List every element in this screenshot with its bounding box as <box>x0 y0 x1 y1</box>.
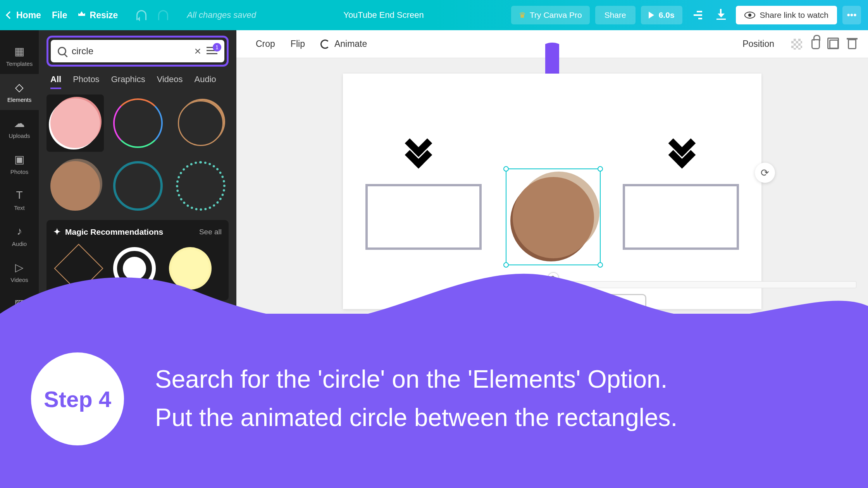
try-pro-button[interactable]: ♛ Try Canva Pro <box>511 6 590 24</box>
results-grid <box>46 95 229 215</box>
elements-icon: ◇ <box>13 81 26 93</box>
sparkle-icon: ✦ <box>53 227 60 237</box>
wave-shape <box>0 259 868 329</box>
chart-icon <box>692 11 702 19</box>
resize-label: Resize <box>90 10 118 21</box>
home-button[interactable]: Home <box>7 10 41 21</box>
rail-audio[interactable]: ♪ Audio <box>0 218 39 254</box>
share-button[interactable]: Share <box>595 6 636 24</box>
tab-graphics[interactable]: Graphics <box>111 74 145 89</box>
photos-icon: ▣ <box>13 153 26 165</box>
rail-photos[interactable]: ▣ Photos <box>0 146 39 182</box>
undo-redo-group <box>136 10 168 20</box>
insights-button[interactable] <box>688 6 706 24</box>
duplicate-button[interactable] <box>829 40 839 49</box>
rail-uploads[interactable]: ☁ Uploads <box>0 110 39 146</box>
circle-element <box>513 177 594 258</box>
circle-rainbow-icon <box>113 98 163 148</box>
more-options-button[interactable]: ••• <box>842 6 861 24</box>
rail-uploads-label: Uploads <box>9 132 30 139</box>
circle-outline-icon <box>178 100 224 146</box>
redo-button[interactable] <box>158 10 168 20</box>
rail-text-label: Text <box>14 204 25 211</box>
play-icon <box>649 12 654 19</box>
circle-dotted-icon <box>176 161 226 211</box>
search-tabs: All Photos Graphics Videos Audio <box>46 72 229 95</box>
download-button[interactable] <box>712 6 730 24</box>
instruction-line1: Search for the 'circle' on the 'Elements… <box>155 360 677 399</box>
circle-pink-icon <box>50 98 100 148</box>
rail-templates-label: Templates <box>6 60 33 67</box>
selected-element[interactable]: ⟳ <box>506 168 601 265</box>
duration-label: 6.0s <box>659 10 675 20</box>
element-result[interactable] <box>109 157 167 215</box>
rail-audio-label: Audio <box>12 241 27 247</box>
search-box: × 1 <box>51 40 224 62</box>
chevron-down-element[interactable] <box>401 134 440 172</box>
topbar-left: Home File Resize All changes saved <box>7 10 256 21</box>
video-placeholder[interactable] <box>623 184 739 250</box>
crop-button[interactable]: Crop <box>248 36 283 52</box>
transparency-button[interactable] <box>791 39 802 50</box>
element-result[interactable] <box>172 157 229 215</box>
regenerate-button[interactable]: ⟳ <box>755 163 775 183</box>
magic-header: ✦ Magic Recommendations See all <box>53 227 222 237</box>
circle-brown-icon <box>50 161 100 211</box>
instruction-text: Search for the 'circle' on the 'Elements… <box>155 360 677 437</box>
document-title[interactable]: YouTube End Screen <box>256 10 511 20</box>
share-link-button[interactable]: Share link to watch <box>736 6 837 24</box>
save-status: All changes saved <box>187 10 256 20</box>
element-result[interactable] <box>46 95 104 152</box>
rail-elements[interactable]: ◇ Elements <box>0 74 39 110</box>
share-link-label: Share link to watch <box>760 10 828 20</box>
see-all-link[interactable]: See all <box>199 228 222 236</box>
tab-photos[interactable]: Photos <box>73 74 100 89</box>
toolbar-right: Position <box>735 36 856 52</box>
templates-icon: ▦ <box>13 45 26 57</box>
delete-button[interactable] <box>848 39 856 49</box>
undo-button[interactable] <box>136 10 146 20</box>
chevron-down-element[interactable] <box>665 134 703 172</box>
play-preview-button[interactable]: 6.0s <box>641 6 682 24</box>
lock-button[interactable] <box>811 39 820 49</box>
animate-button[interactable]: Animate <box>313 36 375 52</box>
video-placeholder[interactable] <box>365 184 482 250</box>
search-input[interactable] <box>72 46 189 57</box>
magic-title-group: ✦ Magic Recommendations <box>53 227 163 237</box>
rail-photos-label: Photos <box>10 168 29 175</box>
instruction-line2: Put the animated circle between the rect… <box>155 399 677 437</box>
try-pro-label: Try Canva Pro <box>530 10 582 20</box>
rail-templates[interactable]: ▦ Templates <box>0 38 39 74</box>
tab-all[interactable]: All <box>50 74 61 89</box>
animate-icon <box>320 40 330 49</box>
search-icon <box>58 47 66 55</box>
search-filter-button[interactable]: 1 <box>207 47 217 55</box>
animate-label: Animate <box>334 39 367 49</box>
element-result[interactable] <box>172 95 229 152</box>
text-icon: T <box>13 189 26 201</box>
home-label: Home <box>16 10 41 21</box>
download-icon <box>716 10 726 20</box>
step-badge: Step 4 <box>31 352 124 445</box>
rail-elements-label: Elements <box>7 96 32 103</box>
crown-icon: ♛ <box>519 10 526 20</box>
magic-title: Magic Recommendations <box>65 227 163 237</box>
chevron-left-icon <box>6 11 14 19</box>
search-clear-button[interactable]: × <box>194 45 201 57</box>
audio-icon: ♪ <box>13 225 26 237</box>
file-menu[interactable]: File <box>52 10 67 21</box>
rail-text[interactable]: T Text <box>0 182 39 218</box>
element-result[interactable] <box>46 157 104 215</box>
resize-button[interactable]: Resize <box>78 10 118 21</box>
circle-teal-icon <box>113 161 163 211</box>
instruction-overlay: Step 4 Search for the 'circle' on the 'E… <box>0 314 868 488</box>
resize-handle[interactable] <box>598 166 603 172</box>
tab-audio[interactable]: Audio <box>195 74 216 89</box>
uploads-icon: ☁ <box>13 117 26 129</box>
element-result[interactable] <box>109 95 167 152</box>
search-highlight: × 1 <box>46 36 229 67</box>
position-button[interactable]: Position <box>735 36 782 52</box>
resize-handle[interactable] <box>503 166 509 172</box>
flip-button[interactable]: Flip <box>283 36 313 52</box>
tab-videos[interactable]: Videos <box>157 74 183 89</box>
